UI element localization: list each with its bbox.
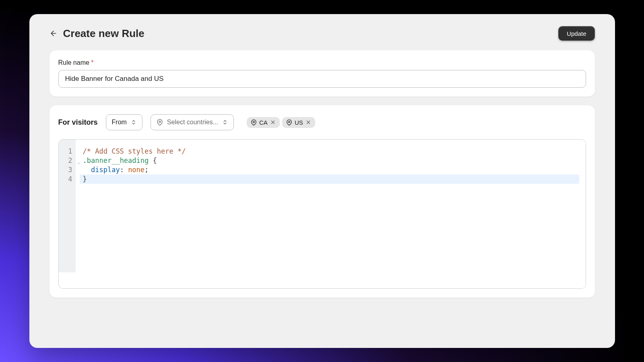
header: Create new Rule Update	[29, 26, 615, 50]
rule-name-card: Rule name *	[50, 50, 595, 97]
rule-name-label-text: Rule name	[58, 59, 91, 66]
code-gutter: 12⌄34	[59, 140, 76, 272]
close-icon[interactable]	[270, 119, 276, 125]
gutter-line: 1	[59, 147, 76, 156]
chevron-up-down-icon	[222, 119, 228, 125]
map-pin-icon	[251, 119, 257, 125]
svg-point-2	[253, 121, 255, 123]
filter-card: For visitors From Select countries... CA…	[50, 105, 595, 298]
rule-name-label: Rule name *	[58, 59, 586, 66]
gutter-line: 3	[59, 165, 76, 175]
map-pin-icon	[286, 119, 292, 125]
app-window: Create new Rule Update Rule name * For v…	[29, 14, 615, 348]
header-left: Create new Rule	[50, 27, 144, 40]
for-visitors-label: For visitors	[58, 118, 98, 127]
update-button[interactable]: Update	[558, 26, 594, 41]
from-select-label: From	[112, 119, 127, 126]
country-tag: CA	[247, 117, 280, 128]
tag-label: US	[295, 119, 303, 126]
code-content[interactable]: /* Add CSS styles here */.banner__headin…	[76, 140, 586, 288]
filter-row: For visitors From Select countries... CA…	[58, 114, 586, 130]
code-line[interactable]: display: none;	[80, 165, 586, 175]
country-select[interactable]: Select countries...	[151, 114, 234, 130]
gutter-line: 2⌄	[59, 156, 76, 165]
code-line[interactable]: }	[80, 175, 579, 184]
country-select-placeholder: Select countries...	[167, 119, 218, 126]
chevron-up-down-icon	[131, 119, 136, 125]
gutter-line: 4	[59, 175, 76, 184]
rule-name-input[interactable]	[58, 70, 586, 88]
code-line[interactable]: /* Add CSS styles here */	[80, 147, 586, 156]
tag-label: CA	[259, 119, 268, 126]
close-icon[interactable]	[305, 119, 311, 125]
country-tag: US	[282, 117, 315, 128]
page-title: Create new Rule	[63, 27, 144, 40]
from-select[interactable]: From	[106, 114, 142, 130]
fold-caret-icon[interactable]: ⌄	[77, 158, 80, 167]
country-tags: CAUS	[247, 117, 315, 128]
svg-point-5	[289, 121, 290, 123]
map-pin-icon	[157, 119, 163, 125]
back-arrow-icon[interactable]	[50, 29, 58, 37]
required-asterisk: *	[91, 59, 93, 66]
code-editor[interactable]: 12⌄34 /* Add CSS styles here */.banner__…	[58, 139, 586, 289]
svg-point-1	[159, 121, 161, 123]
code-line[interactable]: .banner__heading {	[80, 156, 586, 165]
